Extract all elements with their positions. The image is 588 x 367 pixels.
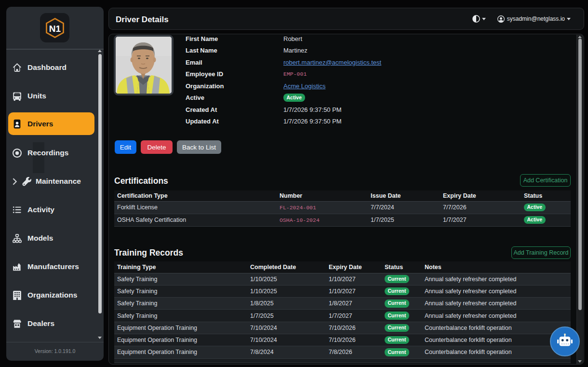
svg-text:N1: N1 — [49, 23, 61, 33]
